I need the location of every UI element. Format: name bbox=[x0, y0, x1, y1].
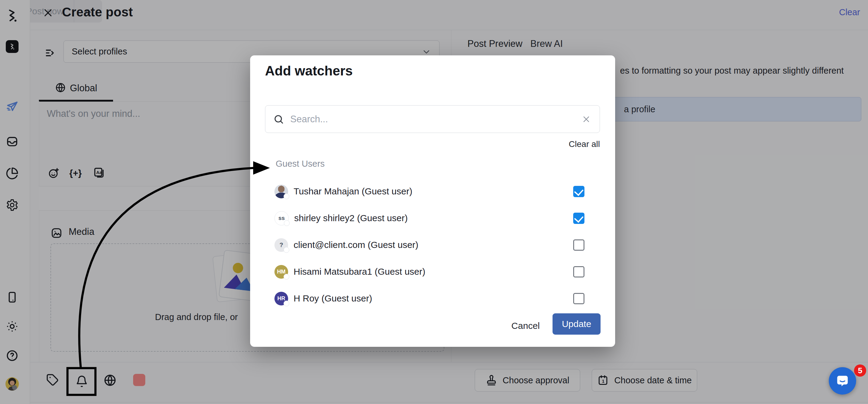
status-dot bbox=[284, 274, 289, 280]
status-dot bbox=[284, 220, 290, 226]
unread-count-badge: 5 bbox=[854, 365, 866, 377]
search-input[interactable] bbox=[290, 113, 573, 125]
cancel-button[interactable]: Cancel bbox=[512, 321, 540, 331]
status-dot bbox=[284, 300, 289, 306]
search-icon bbox=[273, 114, 284, 125]
watcher-name: H Roy (Guest user) bbox=[293, 293, 372, 304]
watcher-name: Hisami Matsubara1 (Guest user) bbox=[293, 266, 425, 277]
watcher-checkbox-checked[interactable] bbox=[573, 213, 584, 224]
add-watchers-modal: Add watchers Clear all Guest Users Tusha… bbox=[250, 55, 615, 347]
watcher-name: client@client.com (Guest user) bbox=[293, 240, 418, 250]
watcher-checkbox-checked[interactable] bbox=[573, 186, 584, 197]
clear-all-link[interactable]: Clear all bbox=[569, 139, 600, 149]
user-avatar: HM bbox=[274, 265, 288, 279]
update-button[interactable]: Update bbox=[553, 313, 600, 335]
watcher-checkbox-unchecked[interactable] bbox=[573, 293, 584, 304]
avatar-initials: ? bbox=[279, 241, 283, 249]
status-dot bbox=[284, 194, 289, 199]
clear-search-icon[interactable] bbox=[581, 114, 591, 124]
user-avatar: ? bbox=[274, 238, 288, 252]
avatar-initials: ss bbox=[278, 215, 285, 222]
watcher-row[interactable]: Tushar Mahajan (Guest user) bbox=[265, 178, 600, 205]
user-avatar: HR bbox=[274, 292, 288, 306]
watcher-checkbox-unchecked[interactable] bbox=[573, 266, 584, 278]
group-label: Guest Users bbox=[276, 159, 324, 169]
watcher-search-box bbox=[265, 105, 600, 133]
watcher-row[interactable]: ss shirley shirley2 (Guest user) bbox=[265, 205, 600, 232]
watcher-row[interactable]: ? client@client.com (Guest user) bbox=[265, 232, 600, 258]
watcher-name: Tushar Mahajan (Guest user) bbox=[293, 186, 412, 197]
intercom-chat-button[interactable]: 5 bbox=[829, 367, 856, 395]
status-dot bbox=[284, 247, 289, 253]
watcher-name: shirley shirley2 (Guest user) bbox=[294, 213, 408, 223]
chat-bubble-icon bbox=[837, 376, 848, 386]
watcher-row[interactable]: HM Hisami Matsubara1 (Guest user) bbox=[265, 258, 600, 285]
app-screen: Create post Clear Select profiles Global… bbox=[0, 0, 868, 404]
user-avatar bbox=[274, 185, 288, 198]
avatar-initials: HR bbox=[277, 295, 285, 302]
watcher-row[interactable]: HR H Roy (Guest user) bbox=[265, 285, 600, 312]
user-avatar: ss bbox=[274, 211, 289, 225]
watcher-checkbox-unchecked[interactable] bbox=[573, 239, 584, 251]
avatar-initials: HM bbox=[277, 269, 286, 275]
modal-title: Add watchers bbox=[265, 63, 353, 79]
